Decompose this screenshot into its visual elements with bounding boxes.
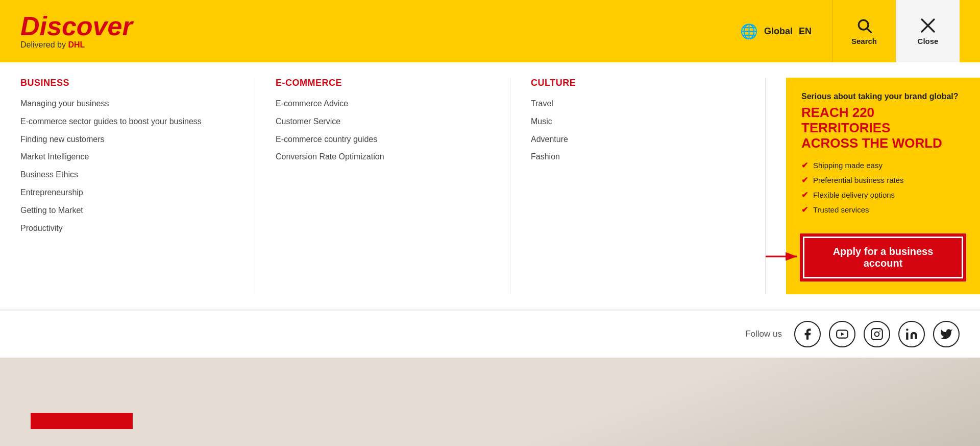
nav-header-culture: CULTURE [531, 78, 745, 88]
arrow-container [766, 246, 801, 269]
close-label: Close [918, 37, 939, 45]
nav-dropdown: BUSINESS Managing your business E-commer… [0, 62, 980, 310]
header-right: 🌐 Global EN Search Close [720, 0, 960, 62]
nav-column-culture: CULTURE Travel Music Adventure Fashion [531, 78, 766, 294]
logo-area: Discover Delivered by DHL [20, 13, 133, 50]
nav-column-ecommerce: E-COMMERCE E-commerce Advice Customer Se… [276, 78, 510, 294]
cta-area: Apply for a business account [801, 235, 965, 280]
nav-link-finding-customers[interactable]: Finding new customers [20, 134, 234, 145]
arrow-icon [766, 246, 801, 267]
svg-rect-8 [871, 328, 883, 340]
search-button[interactable]: Search [832, 0, 896, 62]
svg-marker-7 [841, 332, 845, 336]
promo-feature-2: ✔ Preferential business rates [801, 175, 965, 185]
apply-business-account-button[interactable]: Apply for a business account [801, 235, 965, 280]
nav-header-ecommerce: E-COMMERCE [276, 78, 489, 88]
linkedin-icon[interactable] [898, 321, 925, 347]
bg-scene-inner [0, 358, 980, 446]
search-icon [856, 17, 872, 34]
check-icon-3: ✔ [801, 190, 808, 200]
partial-button[interactable] [31, 413, 133, 429]
nav-link-music[interactable]: Music [531, 116, 745, 127]
nav-column-business: BUSINESS Managing your business E-commer… [20, 78, 255, 294]
promo-tagline: Serious about taking your brand global? [801, 92, 965, 101]
nav-link-conversion-rate[interactable]: Conversion Rate Optimization [276, 152, 489, 162]
logo-subtitle: Delivered by DHL [20, 40, 133, 50]
nav-link-productivity[interactable]: Productivity [20, 223, 234, 234]
check-icon-2: ✔ [801, 175, 808, 185]
check-icon-4: ✔ [801, 205, 808, 215]
svg-line-1 [868, 29, 871, 32]
nav-link-fashion[interactable]: Fashion [531, 152, 745, 162]
youtube-icon[interactable] [829, 321, 855, 347]
instagram-icon[interactable] [864, 321, 890, 347]
svg-rect-11 [906, 332, 908, 339]
follow-label: Follow us [745, 329, 782, 339]
follow-row: Follow us [0, 310, 980, 358]
header: Discover Delivered by DHL 🌐 Global EN Se… [0, 0, 980, 62]
svg-point-12 [906, 328, 908, 331]
nav-link-market-intelligence[interactable]: Market Intelligence [20, 152, 234, 162]
close-button[interactable]: Close [896, 0, 960, 62]
svg-point-10 [879, 331, 880, 332]
twitter-icon[interactable] [933, 321, 960, 347]
nav-header-business: BUSINESS [20, 78, 234, 88]
bg-scene [0, 358, 980, 446]
globe-icon: 🌐 [740, 23, 758, 40]
nav-link-adventure[interactable]: Adventure [531, 134, 745, 145]
language-label: EN [799, 26, 812, 37]
language-selector[interactable]: 🌐 Global EN [720, 23, 832, 40]
nav-link-travel[interactable]: Travel [531, 99, 745, 109]
global-label: Global [764, 26, 793, 37]
svg-point-9 [875, 332, 879, 336]
nav-link-getting-to-market[interactable]: Getting to Market [20, 205, 234, 216]
search-label: Search [851, 37, 877, 45]
check-icon-1: ✔ [801, 160, 808, 170]
nav-link-ecommerce-guides[interactable]: E-commerce sector guides to boost your b… [20, 116, 234, 127]
nav-link-customer-service[interactable]: Customer Service [276, 116, 489, 127]
logo-discover[interactable]: Discover [20, 13, 133, 39]
nav-link-country-guides[interactable]: E-commerce country guides [276, 134, 489, 145]
promo-headline: REACH 220 TERRITORIESACROSS THE WORLD [801, 105, 965, 151]
nav-link-business-ethics[interactable]: Business Ethics [20, 170, 234, 180]
promo-box: Serious about taking your brand global? … [786, 78, 980, 294]
close-icon [920, 17, 936, 34]
promo-feature-3: ✔ Flexible delivery options [801, 190, 965, 200]
promo-feature-1: ✔ Shipping made easy [801, 160, 965, 170]
promo-feature-4: ✔ Trusted services [801, 205, 965, 215]
nav-link-entrepreneurship[interactable]: Entrepreneurship [20, 187, 234, 198]
svg-point-0 [859, 20, 868, 30]
promo-list: ✔ Shipping made easy ✔ Preferential busi… [801, 160, 965, 220]
nav-link-ecommerce-advice[interactable]: E-commerce Advice [276, 99, 489, 109]
nav-link-managing[interactable]: Managing your business [20, 99, 234, 109]
facebook-icon[interactable] [794, 321, 821, 347]
